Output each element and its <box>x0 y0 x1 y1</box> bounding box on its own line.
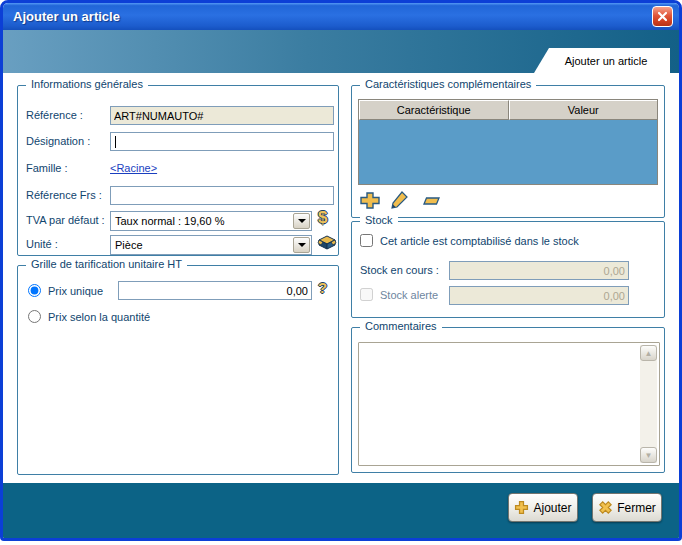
column-header-valeur[interactable]: Valeur <box>509 100 658 120</box>
reference-field[interactable] <box>110 106 334 125</box>
title-bar: Ajouter un article <box>3 3 679 30</box>
ajouter-button[interactable]: Ajouter <box>508 493 578 522</box>
scroll-up-icon[interactable]: ▲ <box>640 345 657 361</box>
remove-characteristic-icon[interactable] <box>420 191 442 210</box>
window-title: Ajouter un article <box>13 9 652 24</box>
table-empty-body[interactable] <box>359 120 657 184</box>
price-help-icon[interactable]: ? <box>318 279 327 296</box>
tab-label: Ajouter un article <box>565 55 648 67</box>
tva-selected-value: Taux normal : 19,60 % <box>111 215 293 227</box>
chevron-down-icon <box>298 243 306 247</box>
comments-scrollbar[interactable]: ▲ ▼ <box>640 345 657 463</box>
tab-ajouter-un-article[interactable]: Ajouter un article <box>534 48 670 73</box>
characteristics-table[interactable]: Caractéristique Valeur <box>358 99 658 185</box>
fermer-button[interactable]: Fermer <box>592 493 662 522</box>
reference-frs-field[interactable] <box>110 186 334 205</box>
prix-unique-field[interactable] <box>118 281 312 300</box>
text-caret <box>115 136 116 148</box>
ajouter-button-label: Ajouter <box>533 501 571 515</box>
stock-alerte-checkbox <box>360 288 373 301</box>
prix-quantite-radio[interactable] <box>28 310 41 323</box>
column-header-caracteristique[interactable]: Caractéristique <box>359 100 509 120</box>
designation-label: Désignation : <box>26 135 90 147</box>
scroll-down-icon[interactable]: ▼ <box>640 447 657 463</box>
unite-label: Unité : <box>26 238 58 250</box>
chevron-down-icon <box>298 219 306 223</box>
stock-alerte-label: Stock alerte <box>380 289 438 301</box>
comments-legend: Commentaires <box>360 320 442 332</box>
reference-frs-label: Référence Frs : <box>26 189 102 201</box>
famille-racine-link[interactable]: <Racine> <box>110 162 157 174</box>
stock-legend: Stock <box>360 214 398 226</box>
comments-group: Commentaires ▲ ▼ <box>351 327 665 473</box>
header-band: Ajouter un article <box>3 30 679 73</box>
edit-characteristic-icon[interactable] <box>390 191 410 210</box>
comments-textarea[interactable]: ▲ ▼ <box>358 342 660 466</box>
famille-label: Famille : <box>26 162 68 174</box>
stock-group: Stock Cet article est comptabilisé dans … <box>351 221 665 318</box>
general-info-legend: Informations générales <box>26 78 148 90</box>
table-header-row: Caractéristique Valeur <box>359 100 657 120</box>
tva-rates-icon[interactable]: $ <box>318 208 327 228</box>
stock-alerte-field <box>449 286 629 305</box>
prix-quantite-label: Prix selon la quantité <box>48 311 150 323</box>
characteristics-group: Caractéristiques complémentaires Caracté… <box>351 85 665 218</box>
tva-select[interactable]: Taux normal : 19,60 % <box>110 211 312 231</box>
dialog-content: Informations générales Référence : Désig… <box>3 73 679 489</box>
footer-bar: Ajouter Fermer <box>3 483 679 538</box>
pricing-legend: Grille de tarification unitaire HT <box>26 258 187 270</box>
unite-selected-value: Pièce <box>111 239 293 251</box>
tva-dropdown-button[interactable] <box>293 213 310 229</box>
pricing-group: Grille de tarification unitaire HT Prix … <box>17 265 339 475</box>
close-window-button[interactable] <box>652 6 673 27</box>
add-characteristic-icon[interactable] <box>359 191 381 210</box>
stock-tracking-label: Cet article est comptabilisé dans le sto… <box>380 235 579 247</box>
stock-en-cours-field <box>449 261 629 280</box>
add-icon <box>514 500 529 515</box>
fermer-button-label: Fermer <box>617 501 656 515</box>
prix-unique-radio[interactable] <box>28 284 41 297</box>
prix-unique-label: Prix unique <box>48 285 103 297</box>
unite-dropdown-button[interactable] <box>293 237 310 253</box>
add-article-dialog: Ajouter un article Ajouter un article In… <box>0 0 682 541</box>
reference-label: Référence : <box>26 109 83 121</box>
general-info-group: Informations générales Référence : Désig… <box>17 85 339 256</box>
stock-en-cours-label: Stock en cours : <box>360 264 439 276</box>
characteristics-legend: Caractéristiques complémentaires <box>360 78 536 90</box>
stock-tracking-checkbox[interactable] <box>360 234 373 247</box>
close-icon <box>657 11 668 22</box>
package-icon[interactable] <box>317 232 337 251</box>
close-x-icon <box>598 500 613 515</box>
designation-field[interactable] <box>110 132 334 151</box>
unite-select[interactable]: Pièce <box>110 235 312 255</box>
tva-label: TVA par défaut : <box>26 214 105 226</box>
